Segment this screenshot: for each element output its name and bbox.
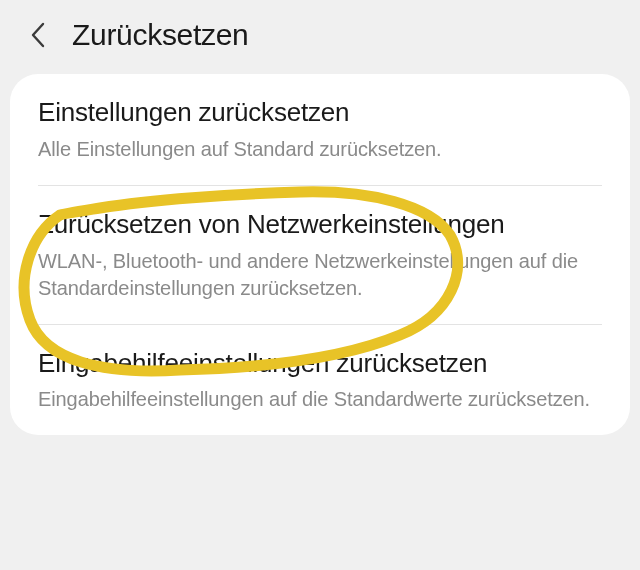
settings-list-card: Einstellungen zurücksetzen Alle Einstell…: [10, 74, 630, 435]
item-description: Alle Einstellungen auf Standard zurückse…: [38, 136, 602, 163]
item-title: Zurücksetzen von Netzwerkeinstellungen: [38, 208, 602, 242]
page-header: Zurücksetzen: [0, 0, 640, 70]
chevron-left-icon: [30, 22, 46, 48]
item-title: Eingabehilfeeinstellungen zurücksetzen: [38, 347, 602, 381]
reset-accessibility-settings-item[interactable]: Eingabehilfeeinstellungen zurücksetzen E…: [10, 325, 630, 436]
item-description: Eingabehilfeeinstellungen auf die Standa…: [38, 386, 602, 413]
reset-network-settings-item[interactable]: Zurücksetzen von Netzwerkeinstellungen W…: [10, 186, 630, 324]
back-button[interactable]: [24, 21, 52, 49]
item-title: Einstellungen zurücksetzen: [38, 96, 602, 130]
item-description: WLAN-, Bluetooth- und andere Netzwerkein…: [38, 248, 602, 302]
page-title: Zurücksetzen: [72, 18, 248, 52]
reset-settings-item[interactable]: Einstellungen zurücksetzen Alle Einstell…: [10, 74, 630, 185]
